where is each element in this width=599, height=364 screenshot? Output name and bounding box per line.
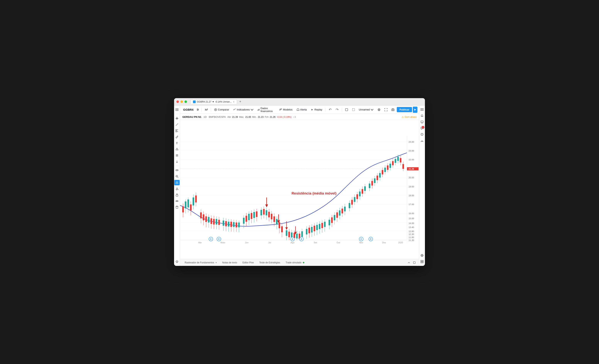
svg-rect-99 (216, 219, 217, 225)
svg-text:15.00: 15.00 (409, 217, 414, 220)
svg-rect-135 (268, 212, 270, 218)
layers-tool[interactable] (174, 259, 180, 264)
signal-button[interactable] (419, 138, 425, 143)
forecast-tool[interactable] (174, 153, 180, 158)
financial-data-label: Dados financeiros (261, 107, 275, 113)
svg-rect-300 (422, 262, 423, 263)
lock-tool[interactable] (174, 192, 180, 198)
indicators-button[interactable]: Indicadores (231, 107, 255, 112)
pen-tool[interactable] (174, 134, 180, 140)
maximize-button[interactable] (185, 101, 187, 103)
svg-rect-101 (218, 220, 220, 225)
delay-badge: Com atraso (405, 116, 417, 118)
svg-rect-282 (413, 262, 415, 263)
compare-button[interactable]: Comparar (212, 107, 231, 112)
fundamentals-tab[interactable]: Rastreador de Fundamentos ▾ (182, 261, 219, 265)
zoom-tool[interactable] (174, 174, 180, 179)
trash-tool[interactable] (174, 204, 180, 210)
text-tool[interactable]: T (174, 140, 180, 146)
svg-rect-165 (311, 227, 313, 233)
svg-rect-189 (344, 207, 346, 212)
ideas-button[interactable] (419, 119, 425, 125)
svg-rect-56 (352, 109, 355, 111)
svg-point-294 (422, 135, 422, 135)
svg-rect-107 (228, 222, 229, 227)
trendline-tool[interactable] (174, 122, 180, 127)
svg-line-25 (177, 177, 178, 178)
down-arrow-tool[interactable] (174, 159, 180, 164)
svg-rect-298 (422, 260, 423, 262)
pine-editor-tab[interactable]: Editor Pine (240, 261, 256, 265)
svg-rect-52 (259, 109, 259, 110)
svg-line-11 (177, 135, 178, 136)
svg-rect-193 (351, 200, 353, 205)
scissors-tool[interactable] (174, 128, 180, 133)
timeframe-selector[interactable]: D (196, 107, 200, 112)
crosshair-tool[interactable] (174, 116, 180, 121)
indicators-count[interactable]: › 3 (293, 116, 296, 118)
svg-rect-183 (336, 212, 338, 218)
delay-icon: ⚠ (402, 116, 404, 118)
publish-button[interactable]: Publicar (397, 107, 412, 112)
low-label: Min. (252, 116, 257, 118)
settings-button[interactable] (376, 107, 382, 112)
fullscreen-button[interactable] (383, 107, 389, 112)
shapes-tool[interactable] (174, 146, 180, 152)
svg-rect-137 (271, 214, 272, 220)
strategy-test-tab[interactable]: Teste de Estratégias (257, 261, 282, 265)
svg-rect-209 (374, 178, 376, 183)
svg-rect-123 (251, 213, 252, 219)
svg-rect-155 (296, 234, 298, 238)
chart-canvas[interactable]: Resistência (média móvel) 24.00 23.00 22… (180, 120, 419, 259)
symbol-selector[interactable]: GGBR4 (182, 107, 195, 112)
right-settings-button[interactable] (419, 253, 425, 258)
svg-rect-227 (397, 157, 399, 161)
layout-button[interactable] (344, 107, 350, 112)
new-tab-button[interactable]: + (238, 100, 243, 104)
svg-rect-151 (291, 233, 292, 238)
replay-button[interactable]: Replay (309, 107, 324, 112)
maximize-panel-button[interactable] (412, 260, 417, 265)
chart-layout-button[interactable] (351, 107, 357, 112)
replay-label: Replay (315, 108, 322, 111)
play-button[interactable] (413, 107, 417, 113)
menu-button[interactable] (174, 107, 180, 112)
close-button[interactable] (176, 101, 179, 103)
chat-button[interactable]: 1 (419, 126, 425, 131)
eye-tool[interactable] (174, 198, 180, 204)
notifications-button[interactable] (419, 132, 425, 137)
svg-rect-217 (384, 168, 386, 172)
svg-rect-133 (266, 210, 267, 215)
simulated-trade-tab[interactable]: Trade simulado (283, 261, 307, 265)
watchlist-button[interactable] (419, 107, 425, 112)
svg-rect-139 (273, 216, 275, 222)
snapshot-button[interactable] (390, 107, 396, 112)
active-tab[interactable]: GGBR4 21.27 ▼ -0.14% Unnan... ✕ (190, 100, 237, 104)
main-window: GGBR4 21.27 ▼ -0.14% Unnan... ✕ + (174, 98, 425, 266)
svg-rect-35 (176, 206, 178, 208)
svg-rect-81 (190, 204, 192, 210)
collapse-panel-button[interactable] (407, 260, 411, 265)
ruler-tool[interactable] (174, 168, 180, 173)
close-value: 21.26 (270, 116, 276, 118)
svg-rect-129 (261, 210, 262, 215)
redo-button[interactable] (334, 107, 340, 112)
fundamentals-dropdown-icon[interactable]: ▾ (216, 261, 217, 264)
alerts-button[interactable] (419, 113, 425, 119)
financial-data-button[interactable]: Dados financeiros (256, 106, 277, 113)
svg-text:D: D (301, 238, 302, 240)
layout-manager-button[interactable] (419, 259, 425, 264)
alert-button[interactable]: Alerta (295, 107, 308, 112)
bottom-controls (407, 260, 417, 265)
undo-button[interactable] (327, 107, 333, 112)
svg-rect-77 (185, 202, 186, 208)
tab-close-button[interactable]: ✕ (233, 101, 234, 103)
models-button[interactable]: Modelos (278, 107, 294, 112)
unnamed-layout[interactable]: Unnamed (357, 107, 375, 112)
magnet-tool[interactable] (174, 180, 180, 185)
text-notes-tab[interactable]: Notas de texto (220, 261, 239, 265)
paint-bucket-tool[interactable] (174, 186, 180, 191)
svg-rect-105 (225, 221, 227, 226)
bar-style-button[interactable] (203, 107, 209, 112)
minimize-button[interactable] (180, 101, 183, 103)
